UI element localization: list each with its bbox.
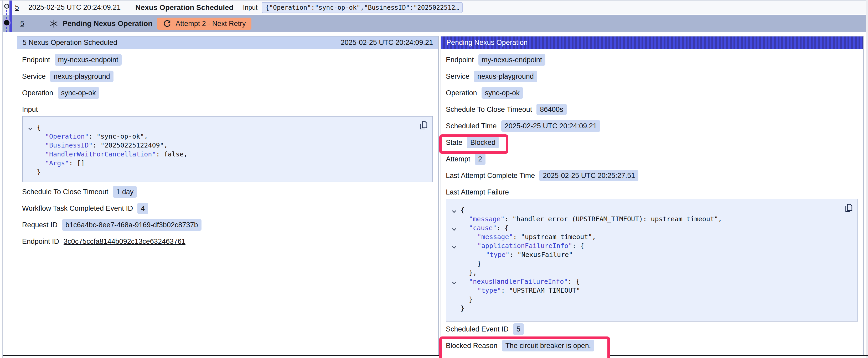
scheduled-panel-header: 5 Nexus Operation Scheduled 2025-02-25 U… (17, 36, 438, 49)
panel-header-title: 5 Nexus Operation Scheduled (23, 39, 117, 47)
field-row: Operation sync-op-ok (446, 87, 858, 99)
json-line: "HandlerWaitForCancellation": false, (29, 150, 427, 159)
field-row: Request ID b1c6a4bc-8ee7-468a-9169-df3b0… (22, 219, 433, 231)
event-title: Nexus Operation Scheduled (135, 3, 233, 12)
field-label: Scheduled Event ID (446, 325, 508, 333)
json-value: : (509, 251, 517, 259)
json-value: [] (77, 159, 85, 167)
timeline-dash (6, 10, 7, 12)
json-line: "Args": [] (29, 159, 427, 167)
json-value: } (461, 304, 464, 312)
json-line: "BusinessID": "20250225122409", (29, 141, 427, 150)
field-row: Scheduled Event ID 5 (446, 323, 858, 335)
field-value: The circuit breaker is open. (502, 340, 594, 352)
json-key: "type" (486, 251, 509, 259)
json-value: : (156, 151, 164, 158)
json-value: "20250225122409", (101, 141, 168, 149)
field-group: Endpoint my-nexus-endpoint Service nexus… (446, 54, 858, 182)
json-line: { (29, 123, 427, 132)
failure-section-label: Last Attempt Failure (446, 188, 509, 196)
event-id-link[interactable]: 5 (20, 20, 24, 28)
copy-button[interactable] (844, 203, 853, 214)
collapse-chevron-icon[interactable] (452, 227, 456, 231)
field-row: Last Attempt Complete Time 2025-02-25 UT… (446, 169, 858, 182)
json-line: } (29, 167, 427, 176)
json-value: { (504, 224, 508, 232)
json-line: "cause": { (453, 223, 852, 232)
event-row-scheduled[interactable]: 5 2025-02-25 UTC 20:24:09.21 Nexus Opera… (3, 1, 866, 14)
json-value: "sync-op-ok", (97, 133, 148, 140)
input-section-label-row: Input (22, 103, 433, 116)
json-line: } (453, 295, 852, 304)
json-value: } (477, 260, 481, 267)
timeline-rule (2, 0, 3, 358)
field-row: Schedule To Close Timeout 86400s (446, 103, 858, 116)
field-label: Workflow Task Completed Event ID (22, 204, 133, 213)
field-label: Operation (22, 89, 53, 97)
collapse-chevron-icon[interactable] (452, 280, 456, 284)
json-key: "BusinessID" (45, 141, 93, 149)
json-value: : (501, 287, 509, 294)
retry-badge-label: Attempt 2 · Next Retry (176, 20, 246, 28)
event-id-link[interactable]: 5 (15, 3, 19, 11)
json-value: }, (469, 269, 477, 276)
json-value: { (37, 124, 41, 131)
field-label: Schedule To Close Timeout (446, 105, 532, 113)
field-label: State (446, 138, 462, 147)
event-node-open-icon[interactable] (4, 4, 9, 9)
collapse-chevron-icon[interactable] (452, 209, 456, 213)
copy-button[interactable] (419, 120, 428, 131)
copy-icon (844, 203, 853, 213)
field-value[interactable]: 3c0c75ccfa8144b092c13ce632463761 (64, 236, 185, 247)
timeline-dash (6, 30, 7, 32)
field-label: Operation (446, 89, 477, 97)
json-value: } (37, 168, 41, 176)
json-key: "applicationFailureInfo" (477, 242, 572, 250)
json-value: : (513, 233, 521, 241)
json-line: } (453, 259, 852, 268)
field-label: Request ID (22, 221, 58, 229)
field-value: my-nexus-endpoint (55, 54, 122, 66)
field-value: 4 (137, 203, 148, 214)
json-line: }, (453, 268, 852, 277)
retry-icon (163, 20, 171, 28)
field-value: Blocked (467, 137, 499, 148)
json-key: "message" (477, 233, 513, 241)
collapse-chevron-icon[interactable] (452, 245, 456, 249)
json-line: "message": "upstream timeout", (453, 232, 852, 241)
event-row-pending-selected[interactable]: 5 Pending Nexus Operation Attempt 2 · Ne… (3, 15, 866, 32)
input-label: Input (243, 4, 258, 11)
field-label: Blocked Reason (446, 342, 498, 350)
field-row: State Blocked (446, 136, 858, 149)
json-key: "Operation" (45, 133, 89, 140)
field-value: 2025-02-25 UTC 20:25:27.51 (539, 170, 639, 182)
json-value: { (576, 278, 580, 285)
collapse-chevron-icon[interactable] (28, 126, 33, 130)
container-bottom-border (610, 355, 868, 356)
field-row: Blocked Reason The circuit breaker is op… (446, 339, 858, 352)
scrollbar-track[interactable] (866, 0, 868, 358)
json-key: "HandlerWaitForCancellation" (45, 151, 156, 158)
field-label: Attempt (446, 155, 470, 163)
json-line: } (453, 304, 852, 313)
json-value: { (580, 242, 584, 250)
field-value: sync-op-ok (58, 87, 99, 99)
field-row: Endpoint my-nexus-endpoint (22, 54, 433, 66)
field-label: Schedule To Close Timeout (22, 188, 108, 196)
field-value: 2025-02-25 UTC 20:24:09.21 (501, 120, 600, 132)
timeline-dash (6, 13, 7, 15)
json-value: : (497, 224, 504, 232)
field-row: Endpoint ID 3c0c75ccfa8144b092c13ce63246… (22, 235, 433, 248)
event-node-current-icon[interactable] (4, 20, 9, 26)
field-group: Schedule To Close Timeout 1 day Workflow… (22, 186, 433, 248)
copy-icon (419, 120, 428, 130)
field-value: nexus-playground (474, 71, 537, 82)
field-label: Endpoint (22, 56, 50, 64)
pending-panel-header-striped: Pending Nexus Operation (441, 36, 863, 49)
field-value: 86400s (536, 104, 567, 115)
field-group: Scheduled Event ID 5 Blocked Reason The … (446, 323, 858, 352)
json-value: : (504, 215, 512, 223)
json-line: "applicationFailureInfo": { (453, 241, 852, 250)
field-row: Service nexus-playground (22, 70, 433, 83)
panel-header-timestamp: 2025-02-25 UTC 20:24:09.21 (341, 39, 433, 47)
